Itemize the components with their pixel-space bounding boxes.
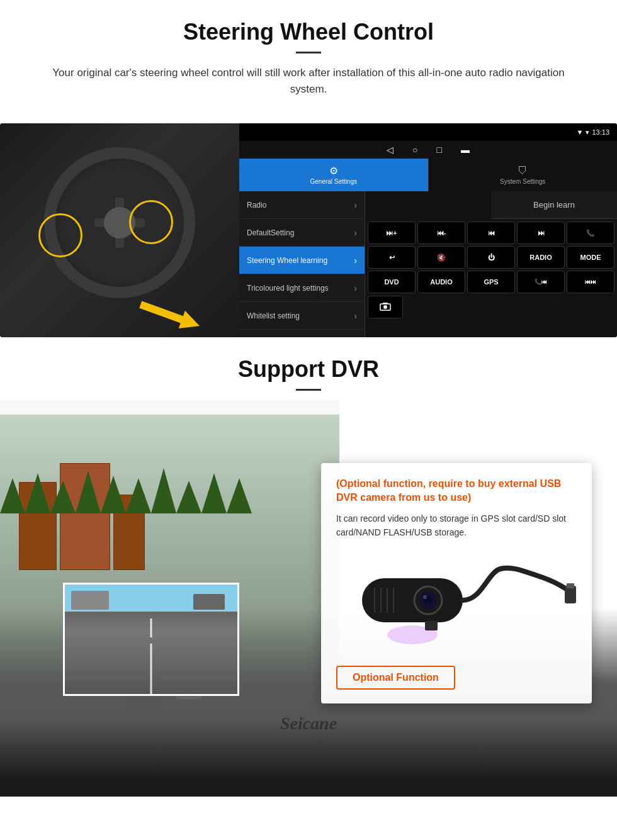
ctrl-btn-vol-up[interactable]: ⏭+ bbox=[368, 221, 416, 244]
dvr-camera-illustration bbox=[336, 550, 577, 651]
ctrl-btn-next[interactable]: ⏭ bbox=[517, 221, 565, 244]
tab-general-settings[interactable]: ⚙ General Settings bbox=[239, 159, 428, 191]
ctrl-btn-dvr[interactable] bbox=[368, 296, 403, 318]
ctrl-btn-audio[interactable]: AUDIO bbox=[417, 271, 465, 293]
menu-item-radio[interactable]: Radio › bbox=[239, 191, 365, 219]
ctrl-btn-prev[interactable]: ⏮ bbox=[467, 221, 515, 244]
dvr-card-title: (Optional function, require to buy exter… bbox=[336, 477, 577, 505]
dvr-section-header: Support DVR bbox=[0, 337, 617, 415]
preview-car-left bbox=[71, 591, 109, 610]
preview-road-marking-1 bbox=[150, 644, 152, 694]
title-divider bbox=[296, 52, 321, 53]
ctrl-btn-prev-next[interactable]: ⏮⏭ bbox=[567, 271, 614, 293]
ctrl-btn-phone[interactable]: 📞 bbox=[567, 221, 614, 244]
ctrl-btn-radio[interactable]: RADIO bbox=[517, 246, 565, 269]
menu-item-default-setting[interactable]: DefaultSetting › bbox=[239, 219, 365, 247]
building-2 bbox=[60, 463, 110, 570]
svg-point-1 bbox=[383, 305, 387, 309]
panel-top-area: Begin learn bbox=[365, 191, 617, 219]
settings-right-panel: Begin learn ⏭+ ⏮- ⏮ ⏭ 📞 ↩ 🔇 ⏻ RADIO MODE… bbox=[365, 191, 617, 337]
settings-list: Radio › DefaultSetting › Steering Wheel … bbox=[239, 191, 365, 337]
svg-rect-3 bbox=[362, 578, 463, 622]
whitelist-arrow-icon: › bbox=[354, 311, 357, 321]
dvr-title: Support DVR bbox=[25, 356, 592, 383]
whitelist-label: Whitelist setting bbox=[247, 311, 300, 320]
ctrl-btn-vol-down[interactable]: ⏮- bbox=[417, 221, 465, 244]
seicane-brand: Seicane bbox=[280, 714, 337, 734]
begin-learn-label: Begin learn bbox=[533, 200, 575, 210]
ctrl-btn-power[interactable]: ⏻ bbox=[467, 246, 515, 269]
nav-bar: ◁ ○ □ ▬ bbox=[239, 141, 617, 159]
steering-arrow-icon: › bbox=[354, 255, 357, 266]
status-icons: ▼ ▾ 13:13 bbox=[577, 128, 609, 137]
menu-item-whitelist[interactable]: Whitelist setting › bbox=[239, 302, 365, 330]
radio-arrow-icon: › bbox=[354, 200, 357, 210]
optional-function-container: Optional Function bbox=[336, 661, 577, 690]
begin-learn-area[interactable]: Begin learn bbox=[491, 191, 617, 219]
svg-rect-12 bbox=[565, 586, 576, 603]
steering-wheel-learning-label: Steering Wheel learning bbox=[247, 256, 327, 265]
buildings-decoration bbox=[13, 413, 139, 570]
steering-demo: ▼ ▾ 13:13 ◁ ○ □ ▬ ⚙ General Settings ⛉ S… bbox=[0, 123, 617, 337]
seicane-text: Seicane bbox=[280, 714, 337, 733]
tricoloured-arrow-icon: › bbox=[354, 283, 357, 293]
menu-item-steering-wheel[interactable]: Steering Wheel learning › bbox=[239, 247, 365, 274]
dvr-camera-svg bbox=[337, 553, 576, 647]
optional-function-button[interactable]: Optional Function bbox=[336, 666, 455, 690]
ctrl-btn-gps[interactable]: GPS bbox=[467, 271, 515, 293]
dvr-info-card: (Optional function, require to buy exter… bbox=[321, 463, 592, 703]
svg-rect-2 bbox=[383, 303, 388, 304]
dvr-section: Support DVR (Optional function, require … bbox=[0, 337, 617, 797]
dashcam-preview-thumbnail bbox=[63, 583, 239, 696]
highlight-circle-left bbox=[38, 213, 82, 257]
dvr-card-description: It can record video only to storage in G… bbox=[336, 512, 577, 540]
tab-system-settings[interactable]: ⛉ System Settings bbox=[428, 159, 618, 191]
steering-wheel-image bbox=[0, 123, 239, 337]
control-button-grid: ⏭+ ⏮- ⏮ ⏭ 📞 ↩ 🔇 ⏻ RADIO MODE DVD AUDIO G… bbox=[365, 219, 617, 296]
system-settings-icon: ⛉ bbox=[518, 165, 528, 177]
preview-road-marking-2 bbox=[150, 619, 152, 637]
svg-rect-13 bbox=[567, 583, 574, 588]
default-setting-label: DefaultSetting bbox=[247, 228, 294, 237]
preview-car-right bbox=[193, 594, 225, 610]
yellow-arrow bbox=[137, 296, 203, 335]
android-ui: ▼ ▾ 13:13 ◁ ○ □ ▬ ⚙ General Settings ⛉ S… bbox=[239, 123, 617, 337]
time-display: 13:13 bbox=[592, 128, 609, 136]
ctrl-btn-dvd[interactable]: DVD bbox=[368, 271, 416, 293]
ctrl-btn-phone-prev[interactable]: 📞⏮ bbox=[517, 271, 565, 293]
menu-nav-icon[interactable]: ▬ bbox=[461, 145, 470, 155]
tricoloured-label: Tricoloured light settings bbox=[247, 284, 329, 293]
wifi-icon: ▾ bbox=[586, 128, 589, 137]
ctrl-btn-back[interactable]: ↩ bbox=[368, 246, 416, 269]
recents-nav-icon[interactable]: □ bbox=[437, 145, 442, 155]
system-settings-label: System Settings bbox=[500, 178, 545, 185]
general-settings-icon: ⚙ bbox=[329, 165, 338, 177]
dvr-title-divider bbox=[296, 389, 321, 391]
svg-point-11 bbox=[423, 595, 427, 599]
steering-section: Steering Wheel Control Your original car… bbox=[0, 0, 617, 123]
home-nav-icon[interactable]: ○ bbox=[412, 145, 417, 155]
ctrl-btn-mute[interactable]: 🔇 bbox=[417, 246, 465, 269]
settings-content: Radio › DefaultSetting › Steering Wheel … bbox=[239, 191, 617, 337]
signal-icon: ▼ bbox=[577, 128, 584, 136]
default-arrow-icon: › bbox=[354, 228, 357, 238]
steering-subtitle: Your original car's steering wheel contr… bbox=[38, 65, 579, 97]
general-settings-label: General Settings bbox=[310, 178, 358, 185]
radio-label: Radio bbox=[247, 201, 266, 210]
back-nav-icon[interactable]: ◁ bbox=[387, 145, 393, 155]
steering-title: Steering Wheel Control bbox=[25, 19, 592, 45]
status-bar: ▼ ▾ 13:13 bbox=[239, 123, 617, 141]
settings-tabs: ⚙ General Settings ⛉ System Settings bbox=[239, 159, 617, 191]
svg-rect-15 bbox=[425, 621, 438, 630]
menu-item-tricoloured[interactable]: Tricoloured light settings › bbox=[239, 274, 365, 302]
ctrl-btn-mode[interactable]: MODE bbox=[567, 246, 614, 269]
